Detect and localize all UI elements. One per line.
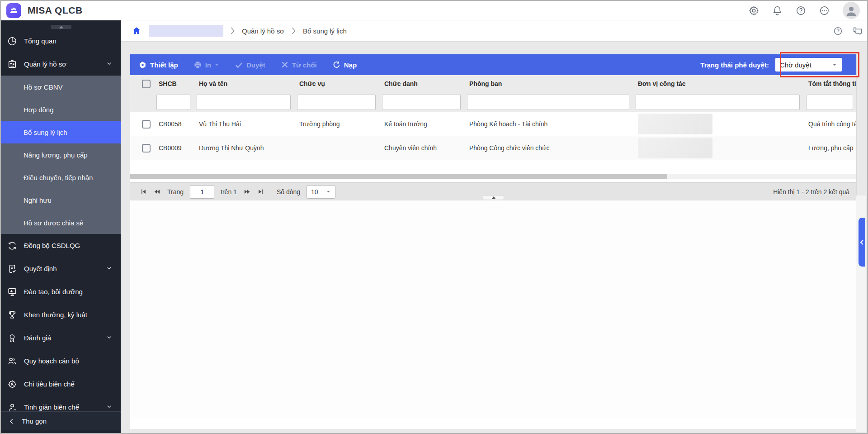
user-avatar[interactable] bbox=[843, 2, 860, 19]
approve-button[interactable]: Duyệt bbox=[235, 61, 265, 69]
sidebar-item-nang-luong-phu-cap[interactable]: Nâng lương, phụ cấp bbox=[1, 143, 121, 166]
filter-input-shcb[interactable] bbox=[156, 95, 190, 110]
sidebar-item-khen-thuong-ky-luat[interactable]: Khen thưởng, kỷ luật bbox=[1, 303, 121, 326]
button-label: In bbox=[205, 61, 211, 69]
filter-input-ho-va-ten[interactable] bbox=[197, 95, 291, 110]
sidebar-item-label: Tinh giản biên chế bbox=[24, 403, 79, 411]
cell-shcb: CB0009 bbox=[153, 144, 193, 152]
first-page-icon[interactable] bbox=[140, 188, 147, 195]
sidebar-item-ho-so-cbnv[interactable]: Hồ sơ CBNV bbox=[1, 76, 121, 98]
sidebar-item-dieu-chuyen-tiep-nhan[interactable]: Điều chuyển, tiếp nhận bbox=[1, 166, 121, 189]
button-label: Duyệt bbox=[246, 61, 265, 69]
id-badge-icon bbox=[7, 59, 17, 69]
redacted-value bbox=[638, 138, 712, 158]
horizontal-scrollbar[interactable] bbox=[130, 174, 856, 179]
sidebar-item-quyet-dinh[interactable]: Quyết định bbox=[1, 257, 121, 280]
grid-collapse-handle[interactable] bbox=[483, 195, 504, 200]
gear-icon bbox=[138, 61, 147, 69]
breadcrumb-root-redacted[interactable] bbox=[149, 25, 223, 37]
column-header-don-vi-cong-tac[interactable]: Đơn vị công tác bbox=[632, 80, 803, 87]
cell-tom-tat: Quá trình công tác bbox=[803, 120, 856, 128]
triangle-up-icon bbox=[492, 196, 495, 199]
caret-down-icon bbox=[214, 62, 219, 67]
app-window: MISA QLCB Tổn bbox=[0, 0, 868, 434]
column-header-tom-tat-thong-tin[interactable]: Tóm tắt thông tin bbox=[803, 80, 856, 87]
sidebar-item-label: Bổ sung lý lịch bbox=[24, 129, 67, 136]
column-header-chuc-vu[interactable]: Chức vụ bbox=[294, 80, 379, 87]
sidebar-submenu-quan-ly-ho-so: Hồ sơ CBNV Hợp đồng Bổ sung lý lịch Nâng… bbox=[1, 76, 121, 234]
sidebar-collapse-handle[interactable] bbox=[51, 25, 71, 29]
sidebar-item-danh-gia[interactable]: Đánh giá bbox=[1, 326, 121, 349]
column-header-shcb[interactable]: SHCB bbox=[153, 80, 193, 87]
column-header-ho-va-ten[interactable]: Họ và tên bbox=[193, 80, 294, 87]
sidebar-item-label: Đồng bộ CSDLQG bbox=[24, 242, 80, 249]
breadcrumb-item-quan-ly-ho-so[interactable]: Quản lý hồ sơ bbox=[242, 27, 284, 35]
sidebar-item-label: Nghỉ hưu bbox=[24, 196, 52, 204]
sidebar-item-label: Điều chuyển, tiếp nhận bbox=[24, 174, 93, 181]
reject-button[interactable]: Từ chối bbox=[281, 61, 317, 69]
filter-input-chuc-danh[interactable] bbox=[382, 95, 461, 110]
column-header-chuc-danh[interactable]: Chức danh bbox=[379, 80, 464, 87]
grid-toolbar: Thiết lập In Duyệt Từ chối Nạp Trạng thá… bbox=[130, 54, 856, 75]
button-label: Từ chối bbox=[292, 61, 317, 69]
filter-input-tom-tat-thong-tin[interactable] bbox=[806, 95, 853, 110]
filter-input-chuc-vu[interactable] bbox=[297, 95, 376, 110]
status-filter-value: Chờ duyệt bbox=[780, 61, 811, 69]
expand-side-panel-tab[interactable] bbox=[859, 218, 865, 267]
home-icon[interactable] bbox=[132, 26, 142, 36]
settings-button[interactable]: Thiết lập bbox=[138, 61, 178, 69]
refresh-button[interactable]: Nạp bbox=[332, 61, 357, 69]
sidebar-collapse-button[interactable]: Thu gọn bbox=[1, 411, 121, 430]
sidebar-item-label: Hồ sơ được chia sẻ bbox=[24, 219, 83, 227]
scrollbar-thumb[interactable] bbox=[130, 174, 667, 179]
cell-chuc-danh: Chuyên viên chính bbox=[379, 144, 464, 152]
filter-input-phong-ban[interactable] bbox=[467, 95, 629, 110]
chevron-down-icon bbox=[106, 60, 113, 68]
sidebar-item-chi-tieu-bien-che[interactable]: Chỉ tiêu biên chế bbox=[1, 372, 121, 396]
sync-icon bbox=[7, 241, 17, 251]
sidebar-item-label: Hồ sơ CBNV bbox=[24, 83, 63, 91]
page-number-input[interactable] bbox=[190, 185, 214, 199]
cell-ho-va-ten: Dương Thị Như Quỳnh bbox=[193, 144, 294, 152]
sidebar-item-ho-so-duoc-chia-se[interactable]: Hồ sơ được chia sẻ bbox=[1, 211, 121, 234]
help-icon[interactable] bbox=[796, 5, 806, 16]
button-label: Thiết lập bbox=[150, 61, 178, 69]
filter-input-don-vi-cong-tac[interactable] bbox=[636, 95, 800, 110]
table-row[interactable]: CB0058 Vũ Thị Thu Hải Trưởng phòng Kế to… bbox=[130, 112, 856, 136]
top-bar: MISA QLCB bbox=[1, 1, 867, 20]
sidebar-item-bo-sung-ly-lich[interactable]: Bổ sung lý lịch bbox=[1, 121, 121, 143]
x-icon bbox=[281, 61, 289, 69]
app-logo[interactable]: MISA QLCB bbox=[1, 3, 83, 18]
breadcrumb-separator-icon bbox=[231, 27, 235, 34]
table-row[interactable]: CB0009 Dương Thị Như Quỳnh Chuyên viên c… bbox=[130, 136, 856, 160]
rows-per-page-dropdown[interactable]: 10 bbox=[307, 185, 335, 199]
approval-status-dropdown[interactable]: Chờ duyệt bbox=[775, 58, 842, 72]
page-help-icon[interactable] bbox=[833, 26, 843, 36]
column-header-phong-ban[interactable]: Phòng ban bbox=[464, 80, 632, 87]
row-checkbox[interactable] bbox=[142, 144, 151, 153]
feedback-chat-icon[interactable] bbox=[853, 26, 863, 36]
sidebar-item-hop-dong[interactable]: Hợp đồng bbox=[1, 98, 121, 121]
print-button[interactable]: In bbox=[193, 61, 219, 69]
more-options-icon[interactable] bbox=[819, 5, 830, 16]
previous-page-icon[interactable] bbox=[153, 188, 161, 195]
row-checkbox[interactable] bbox=[142, 120, 151, 129]
next-page-icon[interactable] bbox=[243, 188, 251, 195]
sidebar-item-label: Quyết định bbox=[24, 265, 57, 272]
last-page-icon[interactable] bbox=[257, 188, 264, 195]
sidebar-item-dao-tao-boi-duong[interactable]: Đào tạo, bồi dưỡng bbox=[1, 280, 121, 303]
sidebar-item-tong-quan[interactable]: Tổng quan bbox=[1, 29, 121, 52]
cell-chuc-vu: Trưởng phòng bbox=[294, 120, 379, 128]
notifications-icon[interactable] bbox=[772, 5, 783, 16]
sidebar-item-label: Chỉ tiêu biên chế bbox=[24, 380, 75, 388]
sidebar-item-nghi-huu[interactable]: Nghỉ hưu bbox=[1, 189, 121, 211]
collapse-label: Thu gọn bbox=[22, 417, 47, 425]
sidebar-item-quan-ly-ho-so[interactable]: Quản lý hồ sơ bbox=[1, 52, 121, 76]
select-all-checkbox[interactable] bbox=[142, 80, 151, 88]
caret-down-icon bbox=[326, 189, 331, 194]
sidebar-item-quy-hoach-can-bo[interactable]: Quy hoạch cán bộ bbox=[1, 349, 121, 372]
sidebar-item-dong-bo-csdlqg[interactable]: Đồng bộ CSDLQG bbox=[1, 234, 121, 257]
cell-ho-va-ten: Vũ Thị Thu Hải bbox=[193, 120, 294, 128]
settings-icon[interactable] bbox=[749, 5, 759, 16]
table-header-row: SHCB Họ và tên Chức vụ Chức danh Phòng b… bbox=[130, 75, 856, 92]
